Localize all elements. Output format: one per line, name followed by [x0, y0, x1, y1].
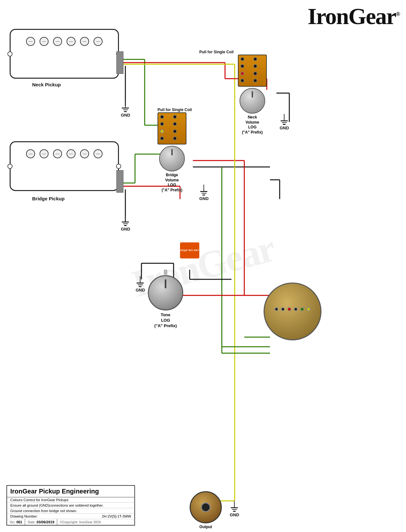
screw-2: [40, 37, 49, 46]
logo-text: IronGear: [308, 4, 396, 29]
bridge-screw-5: [80, 149, 89, 158]
neck-pickup-left-dot: [7, 51, 13, 57]
info-line-3: Ground connection from bridge not shown.: [7, 508, 134, 514]
bridge-pickup: [10, 141, 119, 191]
bridge-pickup-right-dot: [116, 164, 121, 169]
info-line-2: Ensure all ground (GND)connections are s…: [7, 503, 134, 508]
bridge-pickup-label: Bridge Pickup: [32, 196, 65, 201]
neck-volume-label: NeckVolumeLOG("A" Prefix): [238, 115, 267, 135]
copyright-text: ©Copyright: IronGear 2019: [60, 520, 101, 524]
info-title: IronGear Pickup Engineering: [7, 486, 134, 497]
bridge-volume-pot: BridgeVolumeLOG("A" Prefix): [158, 112, 186, 193]
neck-pickup-label: Neck Pickup: [32, 82, 61, 87]
bridge-screw-3: [53, 149, 62, 158]
gnd-bridge: GND: [121, 215, 130, 231]
gnd-bridge-vol: GND: [199, 185, 209, 201]
screw-1: [26, 37, 35, 46]
screw-4: [67, 37, 76, 46]
bridge-screw-6: [94, 149, 103, 158]
bridge-screw-1: [26, 149, 35, 158]
bridge-pickup-left-dot: [7, 164, 13, 169]
date-value: 03/06/2019: [37, 520, 54, 524]
gnd-tone: GND: [136, 276, 145, 292]
neck-pickup-screws: [11, 30, 118, 47]
screw-5: [80, 37, 89, 46]
version-cell: Ver. 001: [7, 519, 25, 525]
neck-pickup: [10, 29, 119, 79]
bridge-connector-block: [116, 170, 123, 193]
bridge-screw-4: [67, 149, 76, 158]
output-jack: Output: [190, 491, 222, 529]
irongear-logo: IronGear®: [308, 3, 400, 30]
gnd-neck: GND: [121, 101, 130, 118]
neck-pull-single-coil-label: Pull for Single Coil: [199, 50, 234, 54]
registered-mark: ®: [396, 11, 400, 17]
copyright-cell: ©Copyright: IronGear 2019: [57, 519, 103, 525]
bridge-screw-2: [40, 149, 49, 158]
neck-volume-pot: NeckVolumeLOG("A" Prefix): [238, 55, 267, 135]
tone-label: ToneLOG("A" Prefix): [148, 312, 183, 329]
gnd-neck-vol: GND: [280, 114, 289, 130]
drawing-number-row: Drawing Number: 2H-2V[S]-1T-3WW: [7, 514, 134, 519]
drawing-number-value: 2H-2V[S]-1T-3WW: [102, 514, 131, 518]
bridge-pull-single-coil-label: Pull for Single Coil: [158, 108, 192, 112]
bridge-pickup-screws: [11, 142, 118, 160]
screw-6: [94, 37, 103, 46]
screw-3: [53, 37, 62, 46]
info-line-1: Colours Correct for IronGear Pickups: [7, 497, 134, 503]
info-bottom-row: Ver. 001 Date. 03/06/2019 ©Copyright: Ir…: [7, 519, 134, 525]
neck-connector-block: [116, 51, 123, 74]
capacitor: 022μF 50V ANT: [180, 242, 199, 258]
bridge-volume-label: BridgeVolumeLOG("A" Prefix): [158, 173, 186, 193]
drawing-number-label: Drawing Number:: [10, 514, 38, 518]
three-way-switch: [264, 283, 328, 347]
wiring-diagram: [0, 0, 406, 532]
info-box: IronGear Pickup Engineering Colours Corr…: [6, 485, 135, 526]
tone-pot: ToneLOG("A" Prefix): [148, 270, 183, 329]
date-cell: Date. 03/06/2019: [25, 519, 57, 525]
gnd-output: GND: [230, 501, 239, 517]
version-value: 001: [16, 520, 22, 524]
output-jack-label: Output: [190, 525, 222, 529]
